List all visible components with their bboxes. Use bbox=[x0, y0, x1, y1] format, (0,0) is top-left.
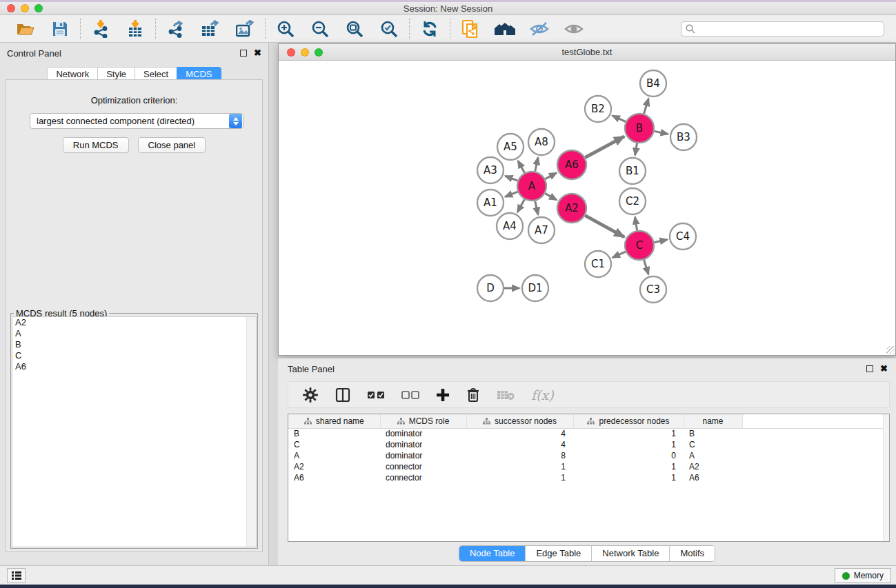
edge-A-A5[interactable] bbox=[518, 161, 525, 172]
column-header[interactable]: shared name bbox=[288, 414, 380, 428]
table-row[interactable]: Bdominator41B bbox=[288, 428, 889, 439]
export-table-icon[interactable] bbox=[200, 19, 221, 39]
table-cell[interactable]: B bbox=[684, 428, 742, 439]
node-B2[interactable]: B2 bbox=[585, 96, 611, 122]
table-cell[interactable]: connector bbox=[380, 472, 466, 483]
table-cell[interactable]: A6 bbox=[684, 472, 742, 483]
edge-C-C1[interactable] bbox=[613, 252, 626, 258]
zoom-fit-icon[interactable] bbox=[344, 19, 365, 39]
unselect-all-columns-icon[interactable] bbox=[401, 391, 419, 399]
table-cell[interactable]: A bbox=[684, 450, 742, 461]
close-table-panel-icon[interactable]: ✖ bbox=[880, 365, 888, 372]
table-row[interactable]: A6connector11A6 bbox=[288, 472, 889, 483]
table-row[interactable]: A2connector11A2 bbox=[288, 461, 889, 472]
add-column-icon[interactable] bbox=[436, 388, 450, 402]
table-cell[interactable]: 4 bbox=[466, 439, 573, 450]
edge-B-B1[interactable] bbox=[635, 143, 637, 156]
node-A[interactable]: A bbox=[517, 172, 546, 201]
search-input[interactable] bbox=[681, 21, 884, 37]
network-maximize-icon[interactable] bbox=[315, 48, 323, 57]
delete-columns-icon[interactable] bbox=[466, 387, 480, 403]
tab-edge-table[interactable]: Edge Table bbox=[525, 546, 591, 561]
table-cell[interactable]: 1 bbox=[573, 428, 684, 439]
criterion-dropdown[interactable]: largest connected component (directed) bbox=[30, 113, 243, 129]
column-header[interactable]: predecessor nodes bbox=[573, 414, 684, 428]
maximize-window-icon[interactable] bbox=[34, 4, 43, 12]
node-B[interactable]: B bbox=[625, 114, 654, 143]
close-panel-icon[interactable]: ✖ bbox=[254, 50, 261, 57]
split-view-icon[interactable] bbox=[335, 387, 350, 403]
result-list-scrollbar[interactable] bbox=[246, 317, 256, 547]
edge-A-A1[interactable] bbox=[505, 192, 517, 196]
table-cell[interactable]: A2 bbox=[288, 461, 380, 472]
table-cell[interactable]: 1 bbox=[466, 461, 573, 472]
node-B3[interactable]: B3 bbox=[670, 124, 697, 150]
edge-C-C2[interactable] bbox=[635, 217, 637, 231]
function-builder-icon[interactable]: f(x) bbox=[531, 387, 554, 403]
close-window-icon[interactable] bbox=[7, 4, 15, 12]
column-header[interactable]: name bbox=[684, 414, 742, 428]
zoom-out-icon[interactable] bbox=[310, 19, 330, 39]
float-table-panel-icon[interactable] bbox=[866, 365, 873, 372]
edge-A-A4[interactable] bbox=[517, 199, 524, 212]
node-A7[interactable]: A7 bbox=[528, 217, 555, 243]
node-table[interactable]: shared nameMCDS rolesuccessor nodesprede… bbox=[288, 414, 889, 483]
edge-A-A6[interactable] bbox=[545, 173, 557, 179]
node-D1[interactable]: D1 bbox=[522, 275, 548, 301]
table-cell[interactable]: C bbox=[288, 439, 380, 450]
result-item[interactable]: A bbox=[12, 328, 256, 339]
edge-B-B2[interactable] bbox=[613, 116, 626, 122]
copy-network-icon[interactable] bbox=[460, 19, 481, 39]
node-C1[interactable]: C1 bbox=[585, 251, 611, 277]
node-A8[interactable]: A8 bbox=[528, 129, 555, 155]
float-panel-icon[interactable] bbox=[240, 50, 247, 57]
mcds-result-list[interactable]: A2ABCA6 bbox=[12, 316, 257, 547]
minimize-window-icon[interactable] bbox=[21, 4, 29, 12]
node-A6[interactable]: A6 bbox=[557, 150, 586, 179]
zoom-selected-icon[interactable] bbox=[379, 19, 399, 39]
table-cell[interactable]: 1 bbox=[573, 439, 684, 450]
import-table-icon[interactable] bbox=[125, 19, 146, 39]
edge-A-A3[interactable] bbox=[505, 176, 517, 181]
table-cell[interactable]: 1 bbox=[466, 472, 573, 483]
refresh-icon[interactable] bbox=[419, 19, 440, 39]
node-C4[interactable]: C4 bbox=[670, 223, 696, 250]
table-settings-icon[interactable] bbox=[302, 387, 319, 403]
node-C2[interactable]: C2 bbox=[619, 188, 646, 214]
edge-A6-B[interactable] bbox=[585, 136, 624, 158]
result-item[interactable]: C bbox=[12, 350, 256, 361]
node-D[interactable]: D bbox=[477, 275, 504, 301]
node-A5[interactable]: A5 bbox=[497, 134, 524, 160]
network-close-icon[interactable] bbox=[287, 48, 295, 57]
network-window-titlebar[interactable]: testGlobe.txt bbox=[279, 44, 895, 61]
table-cell[interactable]: dominator bbox=[380, 428, 466, 439]
table-cell[interactable]: 4 bbox=[466, 428, 573, 439]
table-cell[interactable]: 0 bbox=[573, 450, 684, 461]
table-scrollbar[interactable] bbox=[883, 414, 889, 541]
node-A3[interactable]: A3 bbox=[477, 157, 504, 183]
table-cell[interactable]: B bbox=[288, 428, 380, 439]
edge-C-C3[interactable] bbox=[644, 260, 649, 274]
node-C[interactable]: C bbox=[625, 231, 654, 260]
table-cell[interactable]: 1 bbox=[573, 472, 684, 483]
delete-table-icon[interactable] bbox=[497, 389, 515, 401]
column-header[interactable]: successor nodes bbox=[466, 414, 573, 428]
result-item[interactable]: B bbox=[12, 339, 256, 350]
edge-A2-C[interactable] bbox=[585, 216, 624, 237]
table-row[interactable]: Cdominator41C bbox=[288, 439, 889, 450]
node-C3[interactable]: C3 bbox=[640, 276, 666, 303]
close-panel-button[interactable]: Close panel bbox=[138, 137, 206, 153]
table-cell[interactable]: dominator bbox=[380, 450, 466, 461]
edge-A-A8[interactable] bbox=[535, 157, 538, 171]
run-mcds-button[interactable]: Run MCDS bbox=[63, 137, 129, 153]
tab-node-table[interactable]: Node Table bbox=[459, 546, 526, 561]
edge-B-B4[interactable] bbox=[644, 99, 648, 114]
table-row[interactable]: Adominator80A bbox=[288, 450, 889, 461]
node-A1[interactable]: A1 bbox=[477, 190, 504, 216]
table-cell[interactable]: dominator bbox=[380, 439, 466, 450]
result-item[interactable]: A6 bbox=[12, 361, 256, 372]
tab-network-table[interactable]: Network Table bbox=[591, 546, 669, 561]
result-item[interactable]: A2 bbox=[12, 317, 256, 328]
network-minimize-icon[interactable] bbox=[301, 48, 309, 57]
zoom-in-icon[interactable] bbox=[275, 19, 296, 39]
